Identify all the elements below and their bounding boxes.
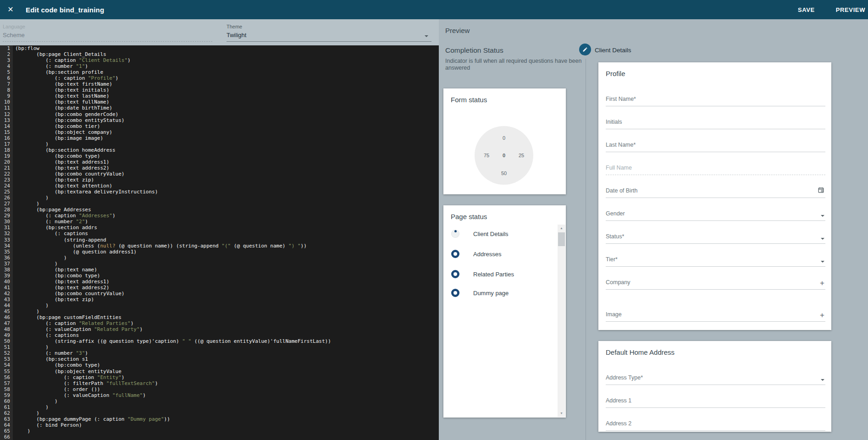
form-field-status[interactable]: Status*: [606, 221, 825, 244]
code-line[interactable]: ): [15, 141, 439, 147]
page-status-item[interactable]: Client Details: [443, 230, 549, 238]
form-field-image[interactable]: Image+: [606, 290, 825, 322]
close-icon[interactable]: ✕: [5, 4, 16, 15]
editor-code[interactable]: (bp:flow (bp:page Client_Details (: capt…: [13, 45, 439, 440]
code-line[interactable]: ): [15, 410, 439, 416]
code-line[interactable]: (: order ()): [15, 386, 439, 392]
code-line[interactable]: (bp:section s1: [15, 356, 439, 362]
code-line[interactable]: (bp:object company): [15, 129, 439, 135]
code-line[interactable]: (bp:page dummyPage (: caption "Dummy pag…: [15, 416, 439, 422]
code-line[interactable]: (string-affix ((@ question type)'caption…: [15, 338, 439, 344]
code-line[interactable]: (: captions: [15, 332, 439, 338]
code-line[interactable]: (bp:text fullName): [15, 99, 439, 105]
code-line[interactable]: (bp:combo tier): [15, 123, 439, 129]
code-line[interactable]: ): [15, 201, 439, 207]
code-line[interactable]: (bp:text address1): [15, 159, 439, 165]
form-field-address-1[interactable]: Address 1: [606, 385, 825, 408]
form-field-first-name[interactable]: First Name*: [606, 78, 825, 106]
page-status-scrollbar[interactable]: ▲ ▼: [558, 225, 565, 417]
code-line[interactable]: (bp:combo entityStatus): [15, 117, 439, 123]
code-line[interactable]: ): [15, 428, 439, 434]
code-line[interactable]: [15, 434, 439, 440]
page-status-item[interactable]: Addresses: [443, 250, 549, 258]
code-line[interactable]: ): [15, 195, 439, 201]
code-line[interactable]: (: number "2"): [15, 219, 439, 225]
code-line[interactable]: (bp:text address2): [15, 165, 439, 171]
code-line[interactable]: (bp:combo type): [15, 362, 439, 368]
scroll-down-icon[interactable]: ▼: [558, 410, 565, 417]
code-line[interactable]: ): [15, 261, 439, 267]
code-line[interactable]: ): [15, 308, 439, 314]
code-editor[interactable]: 1234567891011121314151617181920212223242…: [0, 45, 439, 440]
code-line[interactable]: (bp:page Addresses: [15, 207, 439, 213]
code-line[interactable]: (bp:text initials): [15, 87, 439, 93]
form-field-tier[interactable]: Tier*: [606, 244, 825, 267]
code-line[interactable]: (bp:text firstName): [15, 81, 439, 87]
scroll-up-icon[interactable]: ▲: [558, 225, 565, 232]
preview-button[interactable]: PREVIEW: [835, 4, 866, 16]
code-line[interactable]: (bp:textarea deliveryInstructions): [15, 189, 439, 195]
code-line[interactable]: ): [15, 302, 439, 308]
code-line[interactable]: (bp:combo genderCode): [15, 111, 439, 117]
code-line[interactable]: (bp:date birthTime): [15, 105, 439, 111]
code-line[interactable]: (@ question address1): [15, 249, 439, 255]
code-line[interactable]: (bp:flow: [15, 45, 439, 51]
form-field-address-2[interactable]: Address 2: [606, 408, 825, 431]
theme-select[interactable]: Theme Twilight: [227, 24, 431, 42]
code-line[interactable]: (bp:page Client_Details: [15, 51, 439, 57]
code-line[interactable]: (bp:text attention): [15, 183, 439, 189]
code-line[interactable]: (unless (null? (@ question name)) (strin…: [15, 243, 439, 249]
code-line[interactable]: (bp:combo type): [15, 273, 439, 279]
code-line[interactable]: (bp:section homeAddress: [15, 147, 439, 153]
code-line[interactable]: (bp:text address2): [15, 285, 439, 291]
editor-settings-bar: Language Scheme Theme Twilight: [0, 19, 439, 45]
code-line[interactable]: ): [15, 255, 439, 261]
code-line[interactable]: (: bind Person): [15, 422, 439, 428]
code-line[interactable]: (bp:combo countryValue): [15, 291, 439, 297]
plus-icon[interactable]: +: [820, 311, 824, 320]
plus-icon[interactable]: +: [820, 279, 824, 288]
code-line[interactable]: ): [15, 344, 439, 350]
calendar-icon[interactable]: [818, 187, 824, 195]
page-status-item[interactable]: Dummy page: [443, 289, 549, 297]
code-line[interactable]: (bp:text lastName): [15, 93, 439, 99]
save-button[interactable]: SAVE: [797, 4, 816, 16]
code-line[interactable]: (string-append: [15, 237, 439, 243]
code-line[interactable]: (: caption "Profile"): [15, 75, 439, 81]
code-line[interactable]: (bp:section addrs: [15, 225, 439, 231]
code-line[interactable]: (bp:page customFieldEntities: [15, 314, 439, 320]
form-field-full-name[interactable]: Full Name: [606, 152, 825, 175]
form-field-address-type[interactable]: Address Type*: [606, 357, 825, 385]
code-line[interactable]: (: captions: [15, 231, 439, 236]
code-line[interactable]: (bp:combo type): [15, 153, 439, 159]
code-line[interactable]: (bp:image image): [15, 135, 439, 141]
line-number: 38: [0, 267, 10, 273]
page-status-item[interactable]: Related Parties: [443, 270, 549, 278]
code-line[interactable]: (bp:combo countryValue): [15, 171, 439, 177]
code-line[interactable]: ): [15, 398, 439, 404]
code-line[interactable]: (: caption "Client Details"): [15, 57, 439, 63]
code-line[interactable]: (: valueCaption "fullName"): [15, 392, 439, 398]
code-line[interactable]: (bp:object entityValue: [15, 368, 439, 374]
code-line[interactable]: (: valueCaption "Related Party"): [15, 326, 439, 332]
code-line[interactable]: (: caption "Entity"): [15, 374, 439, 380]
scrollbar-thumb[interactable]: [558, 232, 565, 246]
form-field-gender[interactable]: Gender: [606, 198, 825, 221]
form-field-date-of-birth[interactable]: Date of Birth: [606, 175, 825, 198]
form-field-last-name[interactable]: Last Name*: [606, 129, 825, 152]
line-number: 66: [0, 434, 10, 440]
code-line[interactable]: (bp:section profile: [15, 69, 439, 75]
code-line[interactable]: (: number "1"): [15, 63, 439, 69]
form-field-initials[interactable]: Initials: [606, 106, 825, 129]
edit-page-button[interactable]: [579, 44, 591, 55]
code-line[interactable]: (: caption "Related Parties"): [15, 320, 439, 326]
code-line[interactable]: (: filterPath "fullTextSearch"): [15, 380, 439, 386]
form-field-company[interactable]: Company+: [606, 267, 825, 290]
code-line[interactable]: (: number "3"): [15, 350, 439, 356]
code-line[interactable]: (bp:text zip): [15, 297, 439, 302]
code-line[interactable]: (bp:text address1): [15, 279, 439, 285]
code-line[interactable]: (bp:text zip): [15, 177, 439, 183]
code-line[interactable]: (: caption "Addresses"): [15, 213, 439, 219]
code-line[interactable]: (bp:text name): [15, 267, 439, 273]
code-line[interactable]: ): [15, 404, 439, 410]
